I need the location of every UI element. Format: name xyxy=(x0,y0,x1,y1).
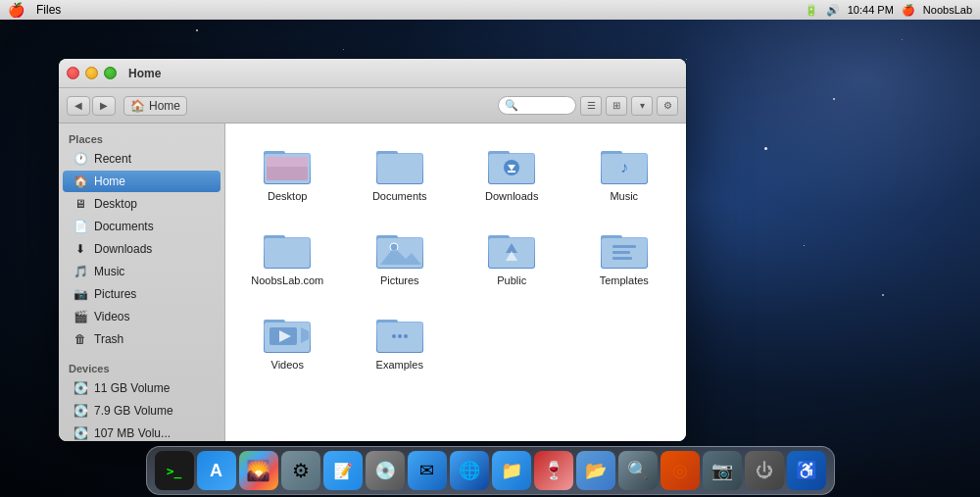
sidebar-item-vol11[interactable]: 💽 11 GB Volume xyxy=(63,377,220,399)
documents-folder-icon xyxy=(374,141,425,186)
noobslab-folder-label: NoobsLab.com xyxy=(251,274,323,286)
app-name[interactable]: Files xyxy=(36,3,61,17)
sidebar-item-videos[interactable]: 🎬 Videos xyxy=(63,306,220,327)
devices-heading: Devices xyxy=(59,359,224,376)
desktop-icon: 🖥 xyxy=(73,196,88,212)
documents-icon: 📄 xyxy=(73,219,88,234)
dock-ubuntu[interactable]: ◎ xyxy=(661,451,700,490)
music-icon: 🎵 xyxy=(73,264,88,279)
folder-documents[interactable]: Documents xyxy=(348,133,453,210)
templates-folder-icon xyxy=(599,225,650,271)
folder-noobslab[interactable]: NoobsLab.com xyxy=(235,218,340,294)
sidebar-item-downloads[interactable]: ⬇ Downloads xyxy=(63,238,220,260)
svg-rect-36 xyxy=(612,257,632,260)
videos-label: Videos xyxy=(94,310,129,323)
dock-power[interactable]: ⏻ xyxy=(745,451,784,490)
list-view-button[interactable]: ☰ xyxy=(580,96,602,116)
home-icon: 🏠 xyxy=(130,99,145,113)
dock-screenshot[interactable]: 📷 xyxy=(703,451,742,490)
dock-texteditor[interactable]: 📝 xyxy=(323,451,363,490)
sidebar-item-music[interactable]: 🎵 Music xyxy=(63,261,220,282)
settings-button[interactable]: ⚙ xyxy=(657,96,678,116)
desktop-folder-icon xyxy=(262,141,313,186)
noobslab-folder-icon xyxy=(262,225,313,271)
vol107-label: 107 MB Volu... xyxy=(94,426,171,440)
folder-desktop[interactable]: Desktop xyxy=(235,133,340,210)
back-button[interactable]: ◀ xyxy=(67,96,90,116)
folder-music[interactable]: ♪ Music xyxy=(572,133,677,210)
toolbar-right: 🔍 ☰ ⊞ ▾ ⚙ xyxy=(498,96,678,116)
forward-button[interactable]: ▶ xyxy=(92,96,116,116)
dock-terminal[interactable]: >_ xyxy=(155,451,194,490)
sidebar-item-vol107[interactable]: 💽 107 MB Volu... xyxy=(63,422,220,441)
grid-view-button[interactable]: ⊞ xyxy=(606,96,627,116)
search-box[interactable]: 🔍 xyxy=(498,96,576,115)
dock-accessibility[interactable]: ♿ xyxy=(787,451,826,490)
home-sidebar-icon: 🏠 xyxy=(73,174,88,189)
music-label: Music xyxy=(94,265,124,278)
dock-container: >_ A 🌄 ⚙ 📝 💿 ✉ 🌐 📁 🍷 📂 xyxy=(0,446,980,497)
templates-folder-label: Templates xyxy=(600,274,649,286)
dock-wine[interactable]: 🍷 xyxy=(534,451,573,490)
downloads-folder-icon xyxy=(486,141,537,186)
folder-pictures[interactable]: Pictures xyxy=(348,218,453,294)
folder-public[interactable]: Public xyxy=(460,218,564,294)
documents-label: Documents xyxy=(94,220,154,233)
trash-icon: 🗑 xyxy=(73,331,88,347)
dock-browser[interactable]: 🌐 xyxy=(450,451,489,490)
dock-dvd[interactable]: 💿 xyxy=(366,451,405,490)
vol79-label: 7.9 GB Volume xyxy=(94,404,173,418)
dock-photos[interactable]: 🌄 xyxy=(239,451,278,490)
sidebar-item-recent[interactable]: 🕐 Recent xyxy=(63,148,220,170)
desktop-label: Desktop xyxy=(94,197,137,211)
public-folder-icon xyxy=(486,225,537,271)
toolbar: ◀ ▶ 🏠 Home 🔍 ☰ ⊞ ▾ ⚙ xyxy=(59,88,686,124)
folder-downloads[interactable]: Downloads xyxy=(460,133,564,210)
battery-icon: 🔋 xyxy=(805,4,818,17)
folder-grid: Desktop xyxy=(235,133,676,378)
folder-templates[interactable]: Templates xyxy=(572,218,677,294)
places-heading: Places xyxy=(59,129,224,147)
sidebar-item-home[interactable]: 🏠 Home xyxy=(63,171,220,192)
close-button[interactable] xyxy=(67,67,79,79)
menubar-right: 🔋 🔊 10:44 PM 🍎 NoobsLab xyxy=(805,4,972,17)
vol107-icon: 💽 xyxy=(73,425,88,441)
sort-button[interactable]: ▾ xyxy=(631,96,653,116)
apple-menu[interactable]: 🍎 xyxy=(8,2,24,18)
svg-point-48 xyxy=(404,334,408,338)
svg-point-47 xyxy=(392,334,396,338)
places-section: Places 🕐 Recent 🏠 Home 🖥 Desktop 📄 Docum… xyxy=(59,124,224,353)
pictures-folder-label: Pictures xyxy=(380,274,419,286)
dock-mail[interactable]: ✉ xyxy=(408,451,447,490)
videos-folder-label: Videos xyxy=(271,359,304,371)
dock-search[interactable]: 🔍 xyxy=(618,451,658,490)
svg-rect-20 xyxy=(265,238,310,268)
sidebar-item-documents[interactable]: 📄 Documents xyxy=(63,216,220,237)
dock-finder[interactable]: 📁 xyxy=(492,451,531,490)
desktop-folder-label: Desktop xyxy=(268,190,307,202)
folder-videos[interactable]: Videos xyxy=(235,302,340,378)
menubar-left: 🍎 Files xyxy=(8,2,61,18)
public-folder-label: Public xyxy=(497,274,526,286)
sidebar-item-desktop[interactable]: 🖥 Desktop xyxy=(63,193,220,215)
svg-rect-35 xyxy=(612,251,630,254)
sidebar-item-pictures[interactable]: 📷 Pictures xyxy=(63,283,220,305)
dock-folder[interactable]: 📂 xyxy=(576,451,615,490)
folder-examples[interactable]: Examples xyxy=(348,302,453,378)
minimize-button[interactable] xyxy=(85,67,98,79)
home-label: Home xyxy=(94,174,125,188)
traffic-lights xyxy=(67,67,117,79)
svg-rect-7 xyxy=(377,154,422,183)
sidebar-item-trash[interactable]: 🗑 Trash xyxy=(63,328,220,350)
svg-rect-13 xyxy=(508,171,515,173)
dock-appstore[interactable]: A xyxy=(197,451,236,490)
examples-folder-icon xyxy=(374,310,425,355)
content-area: Places 🕐 Recent 🏠 Home 🖥 Desktop 📄 Docum… xyxy=(59,124,686,441)
maximize-button[interactable] xyxy=(104,67,117,79)
apple-logo: 🍎 xyxy=(902,4,915,17)
pictures-icon: 📷 xyxy=(73,286,88,302)
dock: >_ A 🌄 ⚙ 📝 💿 ✉ 🌐 📁 🍷 📂 xyxy=(146,446,835,495)
sidebar-item-vol79[interactable]: 💽 7.9 GB Volume xyxy=(63,400,220,422)
recent-icon: 🕐 xyxy=(73,151,88,167)
dock-preferences[interactable]: ⚙ xyxy=(281,451,320,490)
